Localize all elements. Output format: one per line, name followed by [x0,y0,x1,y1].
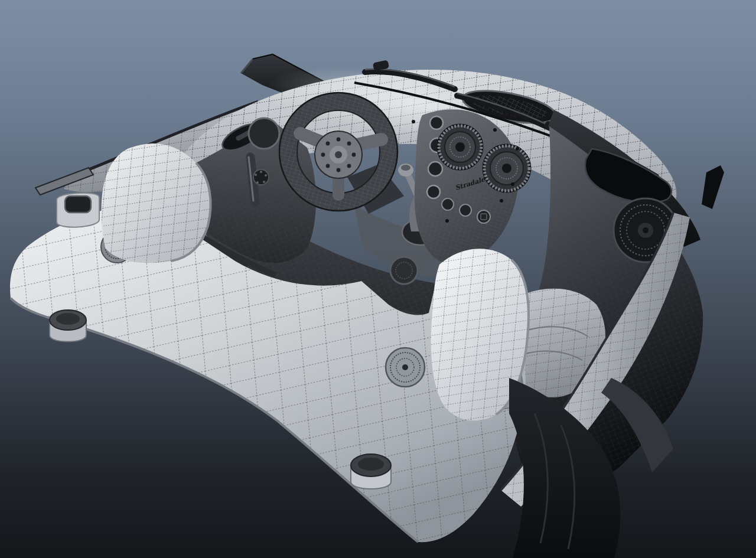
deck-grommet-center [386,348,425,387]
viewport-canvas[interactable]: Stradale [0,0,756,558]
viewport[interactable]: Stradale [0,0,756,558]
gauge-large-left [438,125,483,169]
door-speaker-left [253,169,269,185]
seat-fairing-left[interactable] [102,143,211,263]
deck-foot-center [351,454,391,489]
gauge-large-right [483,145,530,192]
dash-vent-left [249,118,279,149]
deck-foot-left [50,310,86,342]
console-vent [390,257,418,284]
fairing-left-wire [102,143,211,263]
cup-pod-left [57,193,99,227]
wheel-boss-center [335,151,342,158]
